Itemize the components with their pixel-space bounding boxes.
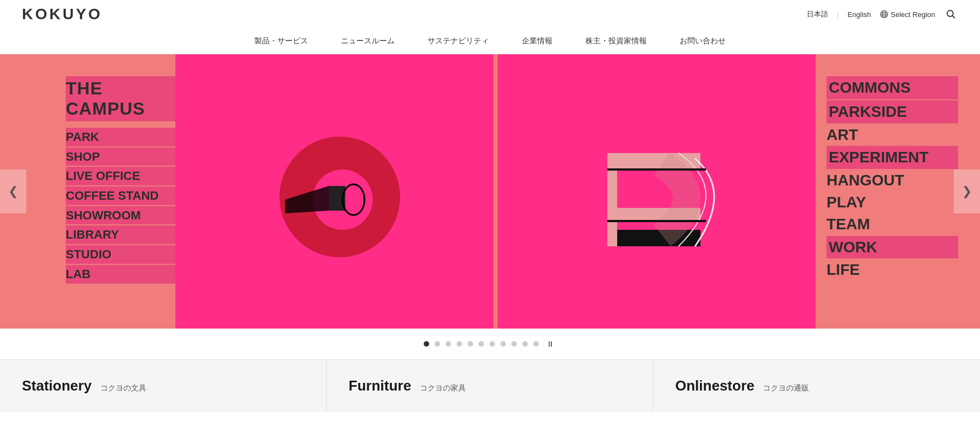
hero-left-panel: THE CAMPUS PARK SHOP LIVE OFFICE COFFEE … [0,54,175,329]
logo: KOKUYO [22,5,102,23]
carousel-dot-4[interactable] [457,341,462,347]
hero-art-right [574,109,739,274]
hero-right-item-5[interactable]: PLAY [827,192,958,213]
carousel-dots: ⏸ [0,329,980,359]
carousel-dot-10[interactable] [522,341,528,347]
hero-center-images [175,54,816,329]
header: KOKUYO 日本語 | English Select Region [0,0,980,54]
category-onlinestore[interactable]: Onlinestore コクヨの通販 [653,360,980,412]
category-stationery-en: Stationery [22,377,92,394]
category-furniture-ja: コクヨの家具 [420,383,466,393]
nav-item-contact[interactable]: お問い合わせ [680,36,726,46]
hero-right-item-8[interactable]: LIFE [827,259,958,280]
categories-section: Stationery コクヨの文具 Furniture コクヨの家具 Onlin… [0,359,980,412]
hero-left-item-4[interactable]: SHOWROOM [66,206,175,225]
svg-rect-15 [607,153,617,246]
category-furniture-en: Furniture [349,377,411,394]
hero-left-item-0[interactable]: PARK [66,128,175,146]
hero-right-item-2[interactable]: ART [827,125,958,145]
carousel-next-button[interactable]: ❯ [954,169,980,213]
hero-right-item-1[interactable]: PARKSIDE [827,100,958,123]
hero-carousel: ❮ THE CAMPUS PARK SHOP LIVE OFFICE COFFE… [0,54,980,329]
main-nav: 製品・サービス ニュースルーム サステナビリティ 企業情報 株主・投資家情報 お… [0,29,980,54]
carousel-dot-1[interactable] [424,341,429,347]
category-stationery-ja: コクヨの文具 [100,383,146,393]
search-icon [946,9,956,19]
nav-item-products[interactable]: 製品・サービス [254,36,308,46]
carousel-dot-8[interactable] [500,341,506,347]
hero-image-right [498,54,816,329]
hero-left-item-2[interactable]: LIVE OFFICE [66,167,175,185]
hero-image-left [175,54,495,329]
hero-right-item-7[interactable]: WORK [827,236,958,259]
hero-title: THE CAMPUS [66,76,175,121]
svg-line-6 [953,16,955,19]
lang-separator: | [837,10,839,19]
svg-point-5 [947,10,953,16]
carousel-pause-button[interactable]: ⏸ [544,340,556,348]
hero-left-item-7[interactable]: LAB [66,265,175,284]
carousel-dot-7[interactable] [489,341,495,347]
carousel-prev-button[interactable]: ❮ [0,169,26,213]
svg-rect-16 [607,168,706,171]
header-right: 日本語 | English Select Region [807,7,958,21]
carousel-dot-9[interactable] [511,341,517,347]
nav-item-investors[interactable]: 株主・投資家情報 [585,36,647,46]
category-stationery[interactable]: Stationery コクヨの文具 [0,360,327,412]
nav-item-company[interactable]: 企業情報 [522,36,552,46]
header-top: KOKUYO 日本語 | English Select Region [0,0,980,29]
hero-right-item-3[interactable]: EXPERIMENT [827,146,958,169]
hero-left-item-5[interactable]: LIBRARY [66,225,175,244]
globe-icon [880,10,888,19]
nav-item-sustainability[interactable]: サステナビリティ [428,36,489,46]
carousel-dot-3[interactable] [446,341,451,347]
carousel-dot-5[interactable] [468,341,473,347]
category-onlinestore-ja: コクヨの通販 [763,383,809,393]
category-onlinestore-en: Onlinestore [675,377,754,394]
lang-ja-link[interactable]: 日本語 [807,9,828,19]
category-furniture[interactable]: Furniture コクヨの家具 [327,360,653,412]
hero-right-item-0[interactable]: COMMONS [827,76,958,99]
hero-left-item-3[interactable]: COFFEE STAND [66,186,175,205]
hero-right-item-4[interactable]: HANGOUT [827,170,958,191]
hero-right-item-6[interactable]: TEAM [827,214,958,235]
hero-art-left [252,109,417,274]
nav-item-newsroom[interactable]: ニュースルーム [341,36,395,46]
carousel-dot-2[interactable] [435,341,440,347]
hero-left-item-1[interactable]: SHOP [66,148,175,166]
carousel-dot-11[interactable] [533,341,539,347]
select-region-button[interactable]: Select Region [880,10,935,19]
carousel-dot-6[interactable] [478,341,484,347]
lang-en-link[interactable]: English [847,10,871,19]
svg-rect-17 [607,220,706,222]
hero-left-item-6[interactable]: STUDIO [66,245,175,264]
select-region-label: Select Region [891,10,935,19]
search-button[interactable] [944,7,958,21]
